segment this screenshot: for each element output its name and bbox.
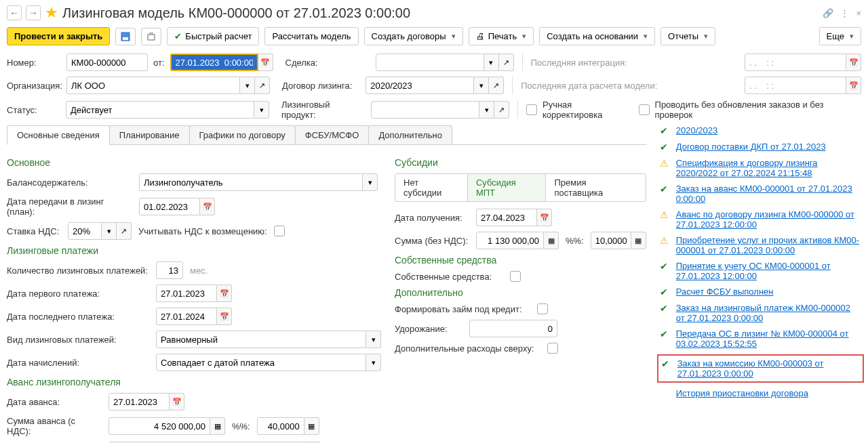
dropdown-icon[interactable]: ▾ xyxy=(479,101,494,119)
post-close-button[interactable]: Провести и закрыть xyxy=(7,27,110,45)
open-icon[interactable]: ↗ xyxy=(255,77,270,94)
pct-label: %%: xyxy=(232,421,250,431)
last-pay-input[interactable] xyxy=(156,308,217,325)
pay-type-input[interactable] xyxy=(156,331,366,348)
calendar-icon[interactable]: 📅 xyxy=(200,198,215,215)
org-input[interactable] xyxy=(66,77,240,94)
tab-fsbu[interactable]: ФСБУ/МСФО xyxy=(295,125,370,144)
advance-pct-input[interactable] xyxy=(257,417,304,435)
tab-planning[interactable]: Планирование xyxy=(109,125,190,144)
link-accounting[interactable]: Принятие к учету ОС КМ00-000001 от 27.01… xyxy=(676,261,861,281)
advance-sum-input[interactable] xyxy=(108,417,210,435)
seg-supplier[interactable]: Премия поставщика xyxy=(546,174,645,201)
balance-holder-input[interactable] xyxy=(139,173,363,191)
link-acquisition[interactable]: Приобретение услуг и прочих активов КМ00… xyxy=(676,235,861,255)
check-icon: ✔ xyxy=(660,261,671,272)
date-input[interactable] xyxy=(170,54,258,71)
open-icon[interactable]: ↗ xyxy=(499,54,514,71)
dropdown-icon[interactable]: ▾ xyxy=(484,54,499,71)
quick-calc-button[interactable]: ✔Быстрый расчет xyxy=(167,27,259,45)
nav-forward[interactable]: → xyxy=(26,5,41,20)
save-button[interactable] xyxy=(115,28,136,45)
manual-checkbox[interactable] xyxy=(526,104,537,115)
dropdown-icon[interactable]: ▾ xyxy=(366,354,381,371)
own-checkbox[interactable] xyxy=(510,271,521,282)
menu-icon[interactable]: ⋮ xyxy=(840,8,849,18)
link-fsbu[interactable]: Расчет ФСБУ выполнен xyxy=(676,287,774,297)
sum-input[interactable] xyxy=(476,232,544,249)
calendar-icon[interactable]: 📅 xyxy=(537,209,552,226)
dropdown-icon[interactable]: ▾ xyxy=(102,222,117,240)
dropdown-icon[interactable]: ▾ xyxy=(254,101,269,119)
open-icon[interactable]: ↗ xyxy=(489,77,504,94)
reports-button[interactable]: Отчеты xyxy=(660,27,715,45)
pct-input[interactable] xyxy=(591,232,631,249)
markup-input[interactable] xyxy=(469,320,557,337)
tab-extra[interactable]: Дополнительно xyxy=(368,125,452,144)
create-based-button[interactable]: Создать на основании xyxy=(539,27,655,45)
link-advance-doc[interactable]: Аванс по договору лизинга КМ00-000000 от… xyxy=(676,209,861,230)
link-supply[interactable]: Договор поставки ДКП от 27.01.2023 xyxy=(676,142,826,152)
link-icon[interactable]: 🔗 xyxy=(823,8,833,18)
calendar-icon[interactable]: 📅 xyxy=(170,393,184,410)
close-icon[interactable]: × xyxy=(856,8,861,18)
check-icon: ✔ xyxy=(660,142,671,152)
link-contract[interactable]: 2020/2023 xyxy=(676,125,717,135)
post-button[interactable] xyxy=(141,28,161,45)
manual-label: Ручная корректировка xyxy=(542,100,633,120)
dropdown-icon[interactable]: ▾ xyxy=(363,173,378,191)
star-icon[interactable]: ★ xyxy=(45,4,58,22)
section-payments: Лизинговые платежи xyxy=(7,245,381,256)
link-transfer[interactable]: Передача ОС в лизинг № КМ00-000004 от 03… xyxy=(676,329,861,349)
dropdown-icon[interactable]: ▾ xyxy=(474,77,489,94)
lease-contract-input[interactable] xyxy=(366,77,474,94)
calc-icon[interactable]: ▦ xyxy=(210,417,225,435)
warn-icon: ⚠ xyxy=(660,235,671,246)
status-input[interactable] xyxy=(66,101,254,119)
nav-back[interactable]: ← xyxy=(7,5,22,20)
more-button[interactable]: Еще xyxy=(819,27,861,45)
pay-count-input[interactable] xyxy=(156,261,183,279)
calendar-icon[interactable]: 📅 xyxy=(846,77,861,94)
calendar-icon[interactable]: 📅 xyxy=(258,54,273,71)
create-contracts-button[interactable]: Создать договоры xyxy=(364,27,463,45)
calc-icon[interactable]: ▦ xyxy=(631,232,646,249)
dropdown-icon[interactable]: ▾ xyxy=(240,77,255,94)
product-input[interactable] xyxy=(371,101,479,119)
tab-basic[interactable]: Основные сведения xyxy=(7,125,110,145)
print-button[interactable]: 🖨Печать xyxy=(469,27,534,45)
calc-model-button[interactable]: Рассчитать модель xyxy=(264,27,358,45)
link-commission[interactable]: Заказ на комиссию КМ00-000003 от 27.01.2… xyxy=(677,358,860,379)
lease-contract-label: Договор лизинга: xyxy=(282,81,352,91)
calc-icon[interactable]: ▦ xyxy=(544,232,559,249)
link-spec[interactable]: Спецификация к договору лизинга 2020/202… xyxy=(676,158,861,178)
first-pay-input[interactable] xyxy=(156,284,217,302)
accrual-date-input[interactable] xyxy=(156,354,366,371)
deal-input[interactable] xyxy=(376,54,484,71)
dropdown-icon[interactable]: ▾ xyxy=(366,331,381,348)
org-label: Организация: xyxy=(7,81,61,91)
calendar-icon[interactable]: 📅 xyxy=(217,284,232,302)
advance-sum-label: Сумма аванса (с НДС): xyxy=(7,416,102,436)
last-pay-label: Дата последнего платежа: xyxy=(7,312,149,322)
transfer-date-input[interactable] xyxy=(139,198,200,215)
vat-credit-checkbox[interactable] xyxy=(274,226,285,236)
open-icon[interactable]: ↗ xyxy=(117,222,132,240)
advance-date-input[interactable] xyxy=(108,393,170,410)
link-advance-order[interactable]: Заказ на аванс КМ00-000001 от 27.01.2023… xyxy=(676,184,861,204)
link-history[interactable]: История приостановки договора xyxy=(676,388,808,398)
vat-rate-input[interactable] xyxy=(68,222,102,240)
seg-mpt[interactable]: Субсидия МПТ xyxy=(468,174,547,201)
open-icon[interactable]: ↗ xyxy=(494,101,509,119)
loan-checkbox[interactable] xyxy=(537,303,548,314)
calc-icon[interactable]: ▦ xyxy=(304,417,319,435)
no-update-checkbox[interactable] xyxy=(639,104,650,115)
number-input[interactable] xyxy=(66,54,148,71)
link-payment-order[interactable]: Заказ на лизинговый платеж КМ00-000002 о… xyxy=(676,303,861,323)
extra-cost-checkbox[interactable] xyxy=(547,343,558,354)
calendar-icon[interactable]: 📅 xyxy=(846,54,861,71)
calendar-icon[interactable]: 📅 xyxy=(217,308,232,325)
seg-none[interactable]: Нет субсидии xyxy=(395,174,468,201)
receive-date-input[interactable] xyxy=(476,209,537,226)
tab-schedules[interactable]: Графики по договору xyxy=(189,125,296,144)
